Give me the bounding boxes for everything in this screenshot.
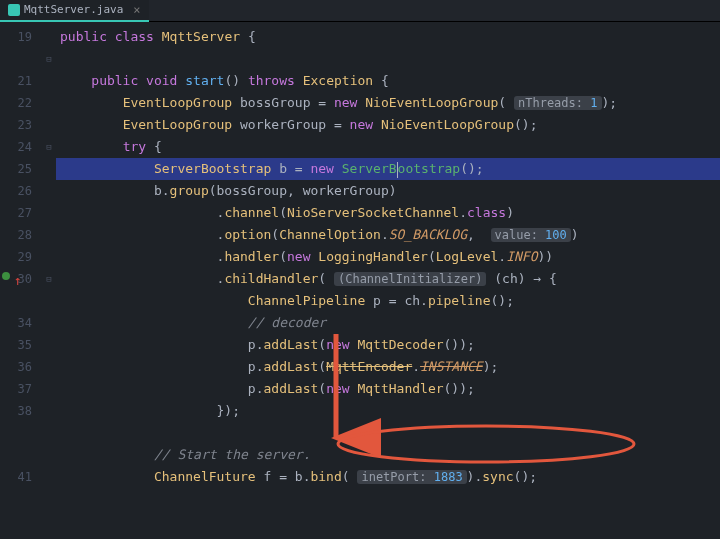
code-line: public class MqttServer { — [56, 26, 720, 48]
code-line: p.addLast(new MqttHandler()); — [56, 378, 720, 400]
line-number: 41 — [0, 466, 42, 488]
java-file-icon — [8, 4, 20, 16]
file-tab[interactable]: MqttServer.java × — [0, 0, 149, 22]
code-line: try { — [56, 136, 720, 158]
line-number: 36 — [0, 356, 42, 378]
line-number: 35 — [0, 334, 42, 356]
line-number: 38 — [0, 400, 42, 422]
fold-toggle — [42, 422, 56, 444]
line-number — [0, 444, 42, 466]
code-line: public void start() throws Exception { — [56, 70, 720, 92]
line-number: 30↑ — [0, 268, 42, 290]
close-icon[interactable]: × — [133, 3, 140, 17]
editor: 1921222324252627282930↑343536373841 ⊟⊟⊟ … — [0, 22, 720, 539]
line-number: 26 — [0, 180, 42, 202]
code-line: .handler(new LoggingHandler(LogLevel.INF… — [56, 246, 720, 268]
line-number — [0, 290, 42, 312]
tab-bar: MqttServer.java × — [0, 0, 720, 22]
code-line: p.addLast(MqttEncoder.INSTANCE); — [56, 356, 720, 378]
fold-column: ⊟⊟⊟ — [42, 22, 56, 539]
fold-toggle — [42, 400, 56, 422]
fold-toggle — [42, 224, 56, 246]
fold-toggle — [42, 334, 56, 356]
code-line: .option(ChannelOption.SO_BACKLOG, value:… — [56, 224, 720, 246]
code-line: EventLoopGroup workerGroup = new NioEven… — [56, 114, 720, 136]
code-line: .childHandler( (ChannelInitializer) (ch)… — [56, 268, 720, 290]
fold-toggle — [42, 246, 56, 268]
line-number: 29 — [0, 246, 42, 268]
line-number: 24 — [0, 136, 42, 158]
fold-toggle[interactable]: ⊟ — [42, 268, 56, 290]
code-line: // decoder — [56, 312, 720, 334]
inlay-hint: inetPort: 1883 — [357, 470, 466, 484]
fold-toggle — [42, 70, 56, 92]
line-number — [0, 422, 42, 444]
code-line: }); — [56, 400, 720, 422]
fold-toggle — [42, 180, 56, 202]
fold-toggle — [42, 158, 56, 180]
fold-toggle[interactable]: ⊟ — [42, 136, 56, 158]
fold-toggle — [42, 356, 56, 378]
code-line: p.addLast(new MqttDecoder()); — [56, 334, 720, 356]
line-number: 27 — [0, 202, 42, 224]
line-number — [0, 48, 42, 70]
code-line: // Start the server. — [56, 444, 720, 466]
code-line: EventLoopGroup bossGroup = new NioEventL… — [56, 92, 720, 114]
code-line — [56, 422, 720, 444]
line-number: 19 — [0, 26, 42, 48]
line-number: 34 — [0, 312, 42, 334]
fold-toggle — [42, 92, 56, 114]
code-line: ChannelFuture f = b.bind( inetPort: 1883… — [56, 466, 720, 488]
fold-toggle — [42, 202, 56, 224]
line-number: 21 — [0, 70, 42, 92]
line-number: 23 — [0, 114, 42, 136]
line-number: 28 — [0, 224, 42, 246]
fold-toggle — [42, 290, 56, 312]
code-line: b.group(bossGroup, workerGroup) — [56, 180, 720, 202]
fold-toggle — [42, 312, 56, 334]
fold-toggle — [42, 114, 56, 136]
inlay-hint: nThreads: 1 — [514, 96, 602, 110]
code-area[interactable]: public class MqttServer { public void st… — [56, 22, 720, 539]
inlay-hint: (ChannelInitializer) — [334, 272, 487, 286]
code-line — [56, 48, 720, 70]
line-number-gutter: 1921222324252627282930↑343536373841 — [0, 22, 42, 539]
vcs-marker-icon: ↑ — [14, 270, 22, 292]
inlay-hint: value: 100 — [491, 228, 571, 242]
fold-toggle[interactable]: ⊟ — [42, 48, 56, 70]
code-line: .channel(NioServerSocketChannel.class) — [56, 202, 720, 224]
line-number: 25 — [0, 158, 42, 180]
tab-filename: MqttServer.java — [24, 3, 123, 16]
breakpoint-icon[interactable] — [2, 272, 10, 280]
fold-toggle — [42, 444, 56, 466]
fold-toggle — [42, 378, 56, 400]
code-line: ChannelPipeline p = ch.pipeline(); — [56, 290, 720, 312]
line-number: 22 — [0, 92, 42, 114]
code-line-current: ServerBootstrap b = new ServerBootstrap(… — [56, 158, 720, 180]
fold-toggle — [42, 26, 56, 48]
fold-toggle — [42, 466, 56, 488]
line-number: 37 — [0, 378, 42, 400]
